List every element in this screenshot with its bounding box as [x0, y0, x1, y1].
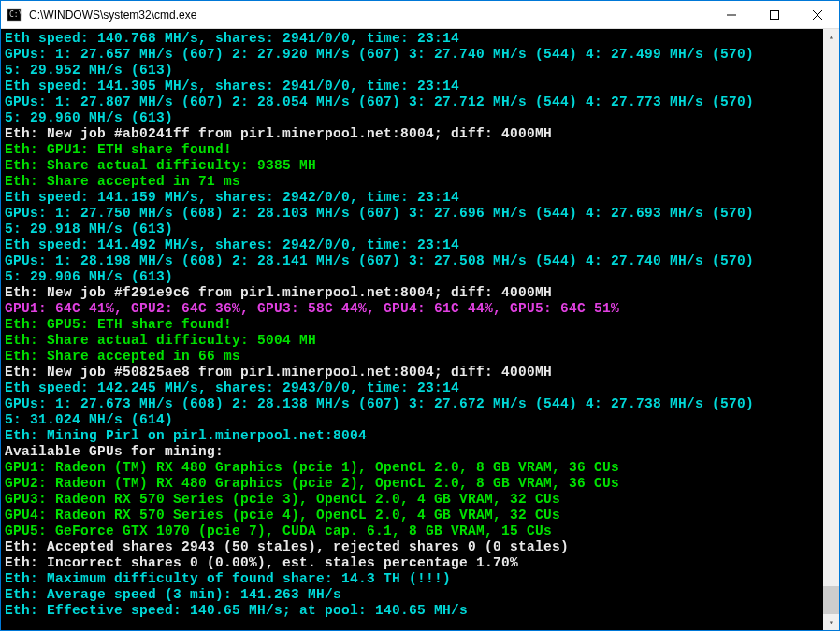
terminal-line: Eth: Share actual difficulty: 5004 MH [5, 333, 819, 349]
terminal-line: Eth: Mining Pirl on pirl.minerpool.net:8… [5, 428, 819, 444]
terminal-line: GPU4: Radeon RX 570 Series (pcie 4), Ope… [5, 508, 819, 523]
scroll-up-arrow[interactable]: ▴ [823, 29, 839, 45]
terminal-line: Eth: Incorrect shares 0 (0.00%), est. st… [5, 555, 819, 571]
terminal-line: GPUs: 1: 27.673 MH/s (608) 2: 28.138 MH/… [5, 396, 819, 412]
terminal-line: Eth speed: 141.492 MH/s, shares: 2942/0/… [5, 237, 819, 253]
terminal-line: GPU1: 64C 41%, GPU2: 64C 36%, GPU3: 58C … [5, 301, 819, 317]
terminal-line: Eth speed: 141.305 MH/s, shares: 2941/0/… [5, 79, 819, 94]
terminal-line: Eth speed: 142.245 MH/s, shares: 2943/0/… [5, 380, 819, 396]
terminal-line: Eth: Share accepted in 71 ms [5, 174, 819, 190]
terminal-line: Eth speed: 140.768 MH/s, shares: 2941/0/… [5, 31, 819, 47]
terminal-line: GPUs: 1: 28.198 MH/s (608) 2: 28.141 MH/… [5, 253, 819, 269]
svg-rect-3 [771, 10, 779, 19]
terminal-line: Eth: Accepted shares 2943 (50 stales), r… [5, 539, 819, 555]
terminal-line: GPU3: Radeon RX 570 Series (pcie 3), Ope… [5, 492, 819, 508]
terminal-line: Eth: New job #f291e9c6 from pirl.minerpo… [5, 285, 819, 301]
terminal-line: GPU5: GeForce GTX 1070 (pcie 7), CUDA ca… [5, 523, 819, 539]
terminal-line: 5: 29.952 MH/s (613) [5, 63, 819, 79]
terminal-line: Eth: Effective speed: 140.65 MH/s; at po… [5, 603, 819, 619]
scroll-thumb[interactable] [823, 586, 839, 614]
terminal-line: Eth speed: 141.159 MH/s, shares: 2942/0/… [5, 190, 819, 206]
window-controls [710, 1, 839, 29]
terminal-line: Eth: Share accepted in 66 ms [5, 349, 819, 365]
terminal-line: 5: 31.024 MH/s (614) [5, 412, 819, 428]
terminal-line: GPUs: 1: 27.807 MH/s (607) 2: 28.054 MH/… [5, 94, 819, 110]
terminal-line: 5: 29.906 MH/s (613) [5, 269, 819, 285]
terminal-line: GPUs: 1: 27.750 MH/s (608) 2: 28.103 MH/… [5, 206, 819, 222]
terminal-line: 5: 29.960 MH/s (613) [5, 110, 819, 126]
terminal-line: GPU1: Radeon (TM) RX 480 Graphics (pcie … [5, 460, 819, 476]
titlebar[interactable]: C:\ C:\WINDOWS\system32\cmd.exe [1, 1, 839, 29]
terminal-line: Eth: GPU5: ETH share found! [5, 317, 819, 333]
scroll-track[interactable] [823, 45, 839, 614]
terminal-line: Available GPUs for mining: [5, 444, 819, 460]
terminal-line: Eth: Share actual difficulty: 9385 MH [5, 158, 819, 174]
terminal-line: GPUs: 1: 27.657 MH/s (607) 2: 27.920 MH/… [5, 47, 819, 63]
minimize-button[interactable] [710, 1, 753, 29]
scrollbar[interactable]: ▴ ▾ [823, 29, 839, 630]
cmd-window: C:\ C:\WINDOWS\system32\cmd.exe Eth spee… [0, 0, 840, 631]
cmd-icon: C:\ [7, 7, 22, 22]
close-button[interactable] [796, 1, 839, 29]
terminal-line: Eth: New job #50825ae8 from pirl.minerpo… [5, 365, 819, 380]
terminal-line: GPU2: Radeon (TM) RX 480 Graphics (pcie … [5, 476, 819, 492]
terminal-line: Eth: Maximum difficulty of found share: … [5, 571, 819, 587]
maximize-button[interactable] [753, 1, 796, 29]
terminal-area[interactable]: Eth speed: 140.768 MH/s, shares: 2941/0/… [1, 29, 839, 630]
window-title: C:\WINDOWS\system32\cmd.exe [27, 8, 710, 22]
terminal-line: Eth: GPU1: ETH share found! [5, 142, 819, 158]
scroll-down-arrow[interactable]: ▾ [823, 614, 839, 630]
terminal-line: Eth: Average speed (3 min): 141.263 MH/s [5, 587, 819, 603]
terminal-line: 5: 29.918 MH/s (613) [5, 222, 819, 237]
svg-text:C:\: C:\ [9, 10, 22, 19]
terminal-line: Eth: New job #ab0241ff from pirl.minerpo… [5, 126, 819, 142]
terminal-output: Eth speed: 140.768 MH/s, shares: 2941/0/… [5, 31, 835, 619]
